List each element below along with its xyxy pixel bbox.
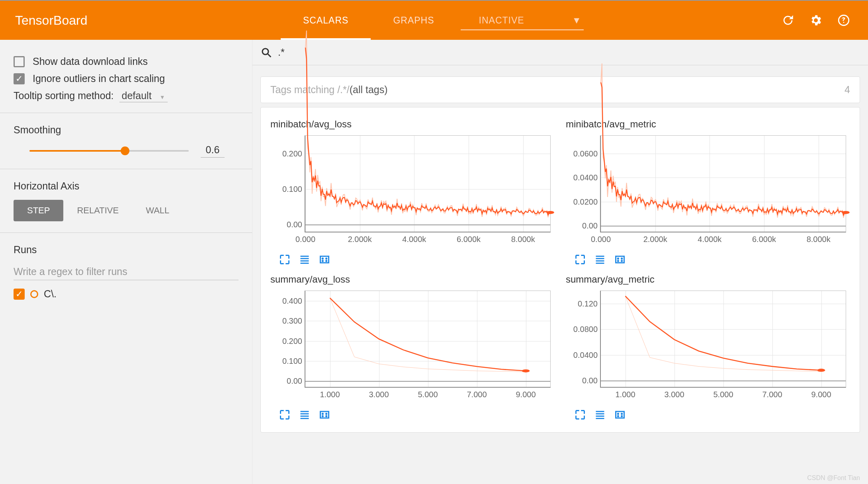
chart-title: minibatch/avg_metric — [566, 119, 850, 130]
y-tick: 0.0800 — [573, 325, 598, 334]
y-tick: 0.100 — [282, 356, 302, 365]
x-tick: 1.000 — [320, 390, 340, 399]
plot-area[interactable]: 0.0002.000k4.000k6.000k8.000k0.000.1000.… — [305, 135, 551, 232]
y-tick: 0.0200 — [573, 197, 598, 206]
svg-point-29 — [326, 414, 327, 414]
label-show-download: Show data download links — [33, 56, 148, 67]
log-scale-icon[interactable] — [594, 408, 606, 421]
btn-axis-relative[interactable]: RELATIVE — [63, 200, 132, 221]
svg-point-28 — [322, 414, 323, 414]
y-tick: 0.200 — [282, 336, 302, 345]
slider-smoothing[interactable] — [29, 150, 189, 152]
expand-icon[interactable] — [278, 253, 291, 266]
plot-area[interactable]: 1.0003.0005.0007.0009.0000.000.04000.080… — [600, 291, 846, 388]
expand-icon[interactable] — [278, 408, 291, 421]
btn-axis-wall[interactable]: WALL — [132, 200, 183, 221]
checkbox-show-download[interactable] — [14, 56, 25, 67]
chart-title: minibatch/avg_loss — [270, 119, 555, 130]
log-scale-icon[interactable] — [298, 408, 311, 421]
checkbox-run[interactable] — [14, 289, 25, 300]
svg-point-11 — [326, 260, 327, 261]
log-scale-icon[interactable] — [594, 253, 606, 266]
chart-actions — [278, 253, 555, 266]
chart-summary-avg-loss: summary/avg_loss1.0003.0005.0007.0009.00… — [270, 274, 555, 421]
svg-point-30 — [322, 416, 323, 416]
plot-area[interactable]: 0.0002.000k4.000k6.000k8.000k0.000.02000… — [600, 135, 846, 232]
refresh-icon[interactable] — [781, 14, 795, 27]
x-tick: 6.000k — [752, 235, 776, 244]
fit-domain-icon[interactable] — [614, 408, 626, 421]
y-tick: 0.300 — [282, 316, 302, 326]
expand-icon[interactable] — [574, 253, 586, 266]
chart-title: summary/avg_metric — [566, 274, 850, 285]
svg-point-9 — [326, 258, 327, 259]
plot-area[interactable]: 1.0003.0005.0007.0009.0000.000.1000.2000… — [305, 291, 551, 388]
x-tick: 9.000 — [811, 390, 831, 399]
chart-actions — [278, 408, 555, 421]
fit-domain-icon[interactable] — [318, 408, 331, 421]
svg-point-8 — [322, 258, 323, 259]
header-actions — [781, 14, 850, 27]
svg-point-20 — [618, 260, 618, 261]
svg-point-19 — [622, 258, 622, 259]
sidebar: Show data download links Ignore outliers… — [0, 40, 252, 484]
chart-title: summary/avg_loss — [270, 274, 555, 285]
input-smoothing-value[interactable] — [201, 144, 225, 158]
y-tick: 0.00 — [287, 220, 302, 229]
run-color-icon — [30, 290, 38, 298]
tab-scalars[interactable]: SCALARS — [281, 1, 371, 40]
fit-domain-icon[interactable] — [318, 253, 331, 266]
svg-point-10 — [322, 260, 323, 261]
content: Tags matching / .* / (all tags) 4 miniba… — [252, 40, 868, 484]
tab-inactive[interactable]: INACTIVE ▼ — [457, 1, 588, 40]
chart-minibatch-avg-loss: minibatch/avg_loss0.0002.000k4.000k6.000… — [270, 119, 555, 266]
help-icon[interactable] — [837, 14, 850, 27]
select-tooltip-sort[interactable]: default — [119, 89, 168, 102]
watermark: CSDN @Font Tian — [807, 474, 860, 482]
y-tick: 0.00 — [287, 376, 302, 385]
x-tick: 0.000 — [295, 235, 315, 244]
checkbox-ignore-outliers[interactable] — [14, 73, 25, 84]
x-tick: 4.000k — [698, 235, 721, 244]
svg-point-12 — [842, 211, 850, 214]
svg-rect-17 — [616, 256, 624, 263]
y-tick: 0.100 — [282, 184, 302, 193]
x-tick: 5.000 — [418, 390, 438, 399]
svg-point-21 — [622, 260, 622, 261]
search-icon — [260, 47, 272, 59]
tags-prefix: Tags matching / — [270, 84, 340, 96]
input-tag-search[interactable] — [277, 46, 860, 59]
run-name: C\. — [44, 288, 57, 300]
tags-count: 4 — [845, 84, 850, 96]
label-ignore-outliers: Ignore outliers in chart scaling — [33, 73, 165, 84]
gear-icon[interactable] — [809, 14, 823, 27]
svg-rect-7 — [321, 256, 329, 263]
y-tick: 0.0400 — [573, 173, 598, 182]
tags-summary-bar[interactable]: Tags matching / .* / (all tags) 4 — [260, 76, 860, 103]
y-tick: 0.200 — [282, 149, 302, 158]
svg-point-2 — [546, 211, 554, 214]
svg-point-31 — [326, 416, 327, 416]
x-tick: 4.000k — [402, 235, 426, 244]
fit-domain-icon[interactable] — [614, 253, 626, 266]
tags-suffix: / — [347, 84, 350, 96]
x-tick: 8.000k — [511, 235, 535, 244]
app-title: TensorBoard — [15, 13, 87, 28]
expand-icon[interactable] — [574, 408, 586, 421]
tab-graphs[interactable]: GRAPHS — [371, 1, 456, 40]
divider — [0, 232, 252, 233]
y-tick: 0.00 — [582, 376, 598, 385]
log-scale-icon[interactable] — [298, 253, 311, 266]
x-tick: 1.000 — [615, 390, 635, 399]
horizontal-axis-buttons: STEP RELATIVE WALL — [14, 200, 239, 221]
x-tick: 5.000 — [713, 390, 733, 399]
app-header: TensorBoard SCALARS GRAPHS INACTIVE ▼ — [0, 0, 868, 40]
svg-point-39 — [622, 414, 622, 414]
divider — [0, 169, 252, 169]
x-tick: 9.000 — [516, 390, 536, 399]
x-tick: 8.000k — [807, 235, 831, 244]
input-run-filter[interactable] — [14, 263, 239, 280]
x-tick: 7.000 — [762, 390, 782, 399]
btn-axis-step[interactable]: STEP — [14, 200, 63, 221]
chart-summary-avg-metric: summary/avg_metric1.0003.0005.0007.0009.… — [566, 274, 850, 421]
